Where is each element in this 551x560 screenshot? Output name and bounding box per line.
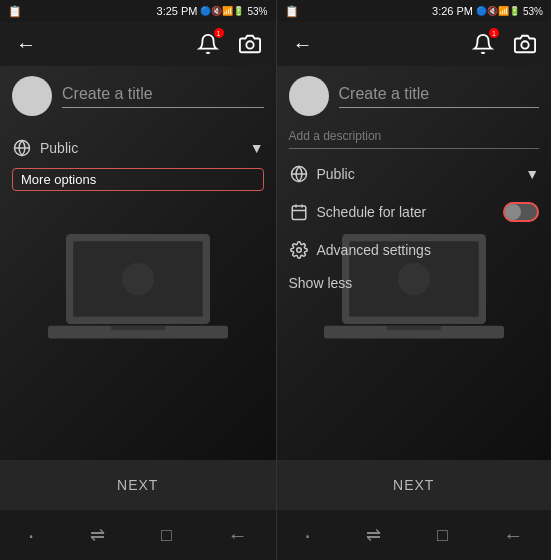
options-section-left: Public ▼ More options [0, 126, 276, 195]
nav-menu-left[interactable]: ⇌ [90, 524, 105, 546]
nav-back-right[interactable]: ← [503, 524, 523, 547]
camera-button-left[interactable] [236, 30, 264, 58]
overlay-right: Create a title Add a description Public … [277, 66, 552, 297]
action-bar-right: ← 1 [277, 22, 552, 66]
status-bar-right-right-info: 3:26 PM 🔵🔇📶🔋 53% [432, 5, 543, 17]
nav-square-right[interactable]: □ [437, 525, 448, 546]
show-less-button[interactable]: Show less [277, 269, 552, 297]
right-panel: 📋 3:26 PM 🔵🔇📶🔋 53% ← 1 [276, 0, 552, 560]
overlay-left: Create a title Public ▼ More options [0, 66, 276, 195]
back-button-left[interactable]: ← [12, 30, 40, 58]
status-bar-right-info: 3:25 PM 🔵🔇📶🔋 53% [157, 5, 268, 17]
notification-button-left[interactable]: 1 [194, 30, 222, 58]
nav-square-left[interactable]: □ [161, 525, 172, 546]
svg-point-20 [296, 248, 301, 253]
visibility-row-right[interactable]: Public ▼ [277, 155, 552, 193]
title-input-right[interactable]: Create a title [339, 85, 540, 108]
title-row-left: Create a title [0, 66, 276, 126]
next-bar-left: NEXT [0, 460, 276, 510]
nav-bar-left: · ⇌ □ ← [0, 510, 276, 560]
avatar-left [12, 76, 52, 116]
action-bar-icons-left: 1 [194, 30, 264, 58]
title-row-right: Create a title [277, 66, 552, 126]
svg-point-0 [246, 41, 253, 48]
more-options-label: More options [21, 172, 96, 187]
notification-badge-right: 1 [489, 28, 499, 38]
back-arrow-icon-left: ← [16, 33, 36, 56]
camera-icon-right [514, 33, 536, 55]
nav-dot-right: · [304, 521, 311, 549]
description-input-right[interactable]: Add a description [289, 126, 540, 149]
next-bar-right: NEXT [277, 460, 552, 510]
svg-rect-4 [111, 326, 165, 331]
status-bar-left: 📋 3:25 PM 🔵🔇📶🔋 53% [0, 0, 276, 22]
title-input-left[interactable]: Create a title [62, 85, 264, 108]
globe-icon-left [12, 138, 32, 158]
svg-rect-16 [292, 206, 306, 220]
action-bar-left: ← 1 [0, 22, 276, 66]
action-bar-icons-right: 1 [469, 30, 539, 58]
status-bar-left-icons: 📋 [8, 5, 22, 18]
calendar-icon [289, 202, 309, 222]
show-less-label: Show less [289, 275, 353, 291]
nav-back-left[interactable]: ← [228, 524, 248, 547]
left-panel: 📋 3:25 PM 🔵🔇📶🔋 53% ← 1 [0, 0, 276, 560]
status-bar-right-left-icons: 📋 [285, 5, 299, 18]
visibility-label-right: Public [317, 166, 518, 182]
battery-pct-right: 53% [523, 6, 543, 17]
dropdown-arrow-left: ▼ [250, 140, 264, 156]
back-button-right[interactable]: ← [289, 30, 317, 58]
dropdown-arrow-right: ▼ [525, 166, 539, 182]
toggle-knob [505, 204, 521, 220]
title-placeholder-left: Create a title [62, 85, 153, 102]
schedule-toggle[interactable] [503, 202, 539, 222]
more-options-button[interactable]: More options [12, 168, 264, 191]
svg-rect-12 [387, 326, 441, 331]
schedule-row[interactable]: Schedule for later [277, 193, 552, 231]
gear-icon [289, 240, 309, 260]
camera-icon-left [239, 33, 261, 55]
camera-button-right[interactable] [511, 30, 539, 58]
nav-menu-right[interactable]: ⇌ [366, 524, 381, 546]
laptop-silhouette-left [48, 223, 228, 353]
avatar-right [289, 76, 329, 116]
signal-icons-right: 🔵🔇📶🔋 [476, 6, 520, 16]
globe-icon-right [289, 164, 309, 184]
sim-icon: 📋 [8, 5, 22, 18]
notification-badge-left: 1 [214, 28, 224, 38]
sim-icon-right: 📋 [285, 5, 299, 18]
status-bar-right: 📋 3:26 PM 🔵🔇📶🔋 53% [277, 0, 552, 22]
nav-bar-right: · ⇌ □ ← [277, 510, 552, 560]
time-right: 3:26 PM [432, 5, 473, 17]
notification-button-right[interactable]: 1 [469, 30, 497, 58]
time-left: 3:25 PM [157, 5, 198, 17]
signal-icons-left: 🔵🔇📶🔋 [200, 6, 244, 16]
battery-pct-left: 53% [247, 6, 267, 17]
description-placeholder: Add a description [289, 129, 382, 143]
svg-point-5 [122, 263, 154, 295]
next-button-left[interactable]: NEXT [117, 477, 158, 493]
next-button-right[interactable]: NEXT [393, 477, 434, 493]
visibility-row-left[interactable]: Public ▼ [12, 130, 264, 166]
svg-point-8 [521, 41, 528, 48]
title-placeholder-right: Create a title [339, 85, 430, 102]
advanced-row[interactable]: Advanced settings [277, 231, 552, 269]
nav-dot-left: · [28, 521, 35, 549]
schedule-label: Schedule for later [317, 204, 496, 220]
advanced-label: Advanced settings [317, 242, 540, 258]
back-arrow-icon-right: ← [293, 33, 313, 56]
visibility-label-left: Public [40, 140, 242, 156]
